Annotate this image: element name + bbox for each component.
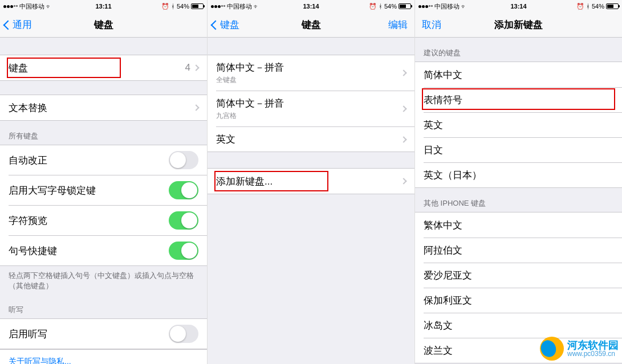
nav-bar: 通用 键盘 xyxy=(0,13,207,38)
bluetooth-icon: ᚼ xyxy=(379,3,383,10)
row-char-preview[interactable]: 字符预览 xyxy=(9,205,207,235)
row-autocorrect[interactable]: 自动改正 xyxy=(0,145,207,175)
row-text-replacement[interactable]: 文本替换 xyxy=(0,95,207,120)
carrier-label: 中国移动 xyxy=(19,2,44,11)
row-label: 简体中文 xyxy=(424,68,613,81)
cancel-button[interactable]: 取消 xyxy=(422,18,441,31)
page-title: 键盘 xyxy=(302,18,321,31)
row-dictation[interactable]: 启用听写 xyxy=(0,319,207,349)
nav-bar: 键盘 键盘 编辑 xyxy=(208,13,414,38)
keyboard-item-pinyin-9grid[interactable]: 简体中文－拼音 九宫格 xyxy=(216,91,414,126)
alarm-icon: ⏰ xyxy=(369,3,377,10)
other-keyboard-icelandic[interactable]: 冰岛文 xyxy=(424,313,622,338)
kb-sub: 九宫格 xyxy=(216,111,401,121)
row-label: 句号快捷键 xyxy=(9,244,169,257)
status-bar: 中国移动 ᯤ 13:14 ⏰ ᚼ 54% xyxy=(208,0,414,13)
other-keyboard-arabic[interactable]: 阿拉伯文 xyxy=(424,238,622,263)
other-keyboard-estonian[interactable]: 爱沙尼亚文 xyxy=(424,263,622,288)
row-label: 英文 xyxy=(424,118,613,132)
switch-caps-lock[interactable] xyxy=(169,181,198,199)
suggested-keyboard-simplified-chinese[interactable]: 简体中文 xyxy=(415,62,622,87)
row-keyboards[interactable]: 键盘 4 xyxy=(0,55,207,80)
row-label: 冰岛文 xyxy=(424,319,613,332)
suggested-keyboard-japanese[interactable]: 日文 xyxy=(424,137,622,162)
row-label: 日文 xyxy=(424,144,613,157)
chevron-right-icon xyxy=(400,136,406,142)
row-label: 启用大写字母锁定键 xyxy=(9,184,169,197)
status-bar: 中国移动 ᯤ 13:14 ⏰ ᚼ 54% xyxy=(415,0,622,13)
battery-pct: 54% xyxy=(177,3,189,10)
kb-title: 英文 xyxy=(216,133,401,146)
chevron-right-icon xyxy=(193,64,199,71)
page-title: 添加新键盘 xyxy=(494,18,543,31)
brand-name: 河东软件园 xyxy=(567,340,619,350)
row-label: 保加利亚文 xyxy=(424,294,613,307)
page-title: 键盘 xyxy=(94,18,113,31)
section-header-suggested: 建议的键盘 xyxy=(415,38,622,62)
battery-pct: 54% xyxy=(592,3,604,10)
carrier-label: 中国移动 xyxy=(227,2,252,11)
section-header-dictation: 听写 xyxy=(0,295,207,318)
alarm-icon: ⏰ xyxy=(161,3,169,10)
battery-icon xyxy=(191,3,204,9)
watermark-logo: 河东软件园 www.pc0359.cn xyxy=(540,337,619,361)
link-dictation-privacy[interactable]: 关于听写与隐私... xyxy=(0,349,207,364)
suggested-keyboard-english[interactable]: 英文 xyxy=(424,112,622,137)
suggested-keyboard-emoji[interactable]: 表情符号 xyxy=(424,87,622,112)
row-label: 英文（日本） xyxy=(424,169,613,182)
wifi-icon: ᯤ xyxy=(254,3,259,10)
row-label: 爱沙尼亚文 xyxy=(424,269,613,282)
row-add-keyboard[interactable]: 添加新键盘... xyxy=(208,169,414,194)
back-button[interactable]: 通用 xyxy=(5,18,32,31)
battery-icon xyxy=(606,3,619,9)
back-button[interactable]: 键盘 xyxy=(212,18,239,31)
screen-add-keyboard: 中国移动 ᯤ 13:14 ⏰ ᚼ 54% 取消 添加新键盘 建议的键盘 简体中文… xyxy=(415,0,622,364)
alarm-icon: ⏰ xyxy=(576,3,584,10)
other-keyboard-traditional-chinese[interactable]: 繁体中文 xyxy=(415,212,622,238)
row-label: 自动改正 xyxy=(9,154,169,167)
row-caps-lock[interactable]: 启用大写字母锁定键 xyxy=(9,175,207,205)
kb-sub: 全键盘 xyxy=(216,75,401,85)
section-header-all: 所有键盘 xyxy=(0,121,207,145)
row-label: 字符预览 xyxy=(9,214,169,227)
kb-title: 简体中文－拼音 xyxy=(216,98,284,109)
battery-icon xyxy=(399,3,411,9)
row-label: 阿拉伯文 xyxy=(424,244,613,257)
keyboard-item-pinyin-full[interactable]: 简体中文－拼音 全键盘 xyxy=(208,55,414,91)
switch-char-preview[interactable] xyxy=(169,211,198,230)
keyboards-count: 4 xyxy=(185,62,190,73)
other-keyboard-bulgarian[interactable]: 保加利亚文 xyxy=(424,288,622,313)
chevron-right-icon xyxy=(400,105,406,112)
screen-keyboards-list: 中国移动 ᯤ 13:14 ⏰ ᚼ 54% 键盘 键盘 编辑 xyxy=(208,0,415,364)
chevron-right-icon xyxy=(400,178,406,184)
keyboard-item-english[interactable]: 英文 xyxy=(216,126,414,152)
cancel-label: 取消 xyxy=(422,18,441,31)
switch-autocorrect[interactable] xyxy=(169,151,198,169)
bluetooth-icon: ᚼ xyxy=(171,3,175,10)
edit-button[interactable]: 编辑 xyxy=(388,18,408,31)
wifi-icon: ᯤ xyxy=(46,3,52,10)
battery-pct: 54% xyxy=(384,3,397,10)
carrier-label: 中国移动 xyxy=(434,2,460,11)
kb-title: 简体中文－拼音 xyxy=(216,62,284,73)
section-header-other: 其他 IPHONE 键盘 xyxy=(415,188,622,212)
wifi-icon: ᯤ xyxy=(461,3,467,10)
chevron-right-icon xyxy=(193,104,199,111)
chevron-left-icon xyxy=(211,20,221,30)
screen-keyboard-settings: 中国移动 ᯤ 13:11 ⏰ ᚼ 54% 通用 键盘 键盘 4 xyxy=(0,0,208,364)
suggested-keyboard-english-japan[interactable]: 英文（日本） xyxy=(424,162,622,187)
chevron-right-icon xyxy=(400,69,406,76)
signal-dots-icon xyxy=(3,5,18,8)
row-label: 表情符号 xyxy=(424,93,613,107)
switch-period-shortcut[interactable] xyxy=(169,242,198,260)
nav-bar: 取消 添加新键盘 xyxy=(415,13,622,38)
brand-url: www.pc0359.cn xyxy=(567,350,619,357)
switch-dictation[interactable] xyxy=(169,325,198,343)
signal-dots-icon xyxy=(211,5,225,8)
row-label: 启用听写 xyxy=(9,328,169,341)
row-label: 繁体中文 xyxy=(424,219,613,232)
signal-dots-icon xyxy=(418,5,433,8)
row-period-shortcut[interactable]: 句号快捷键 xyxy=(9,235,207,265)
row-label: 键盘 xyxy=(9,62,185,75)
bluetooth-icon: ᚼ xyxy=(586,3,590,10)
